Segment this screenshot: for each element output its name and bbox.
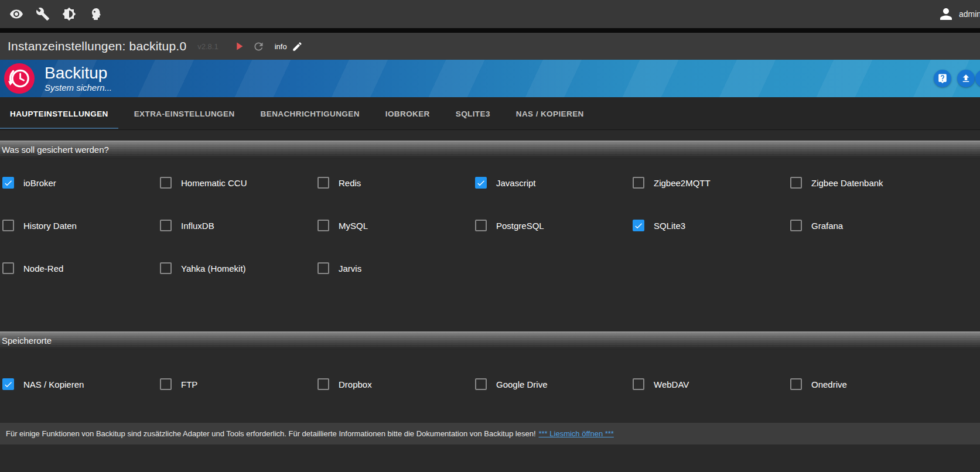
option-javascript[interactable]: Javascript bbox=[475, 174, 633, 191]
option-jarvis[interactable]: Jarvis bbox=[317, 259, 475, 277]
checkbox-label: PostgreSQL bbox=[496, 221, 544, 231]
topbar-icons bbox=[0, 7, 103, 21]
refresh-button[interactable] bbox=[252, 40, 265, 53]
edit-pencil-icon bbox=[292, 41, 303, 52]
section-header-backup-targets: Was soll gesichert werden? bbox=[0, 141, 980, 158]
option-redis[interactable]: Redis bbox=[317, 174, 475, 191]
theme-contrast-icon[interactable] bbox=[62, 7, 76, 21]
option-grafana[interactable]: Grafana bbox=[790, 217, 948, 234]
adapter-header: Backitup System sichern... bbox=[0, 60, 980, 97]
start-instance-button[interactable] bbox=[233, 40, 245, 53]
checkbox-label: Zigbee2MQTT bbox=[654, 178, 711, 188]
checkbox-unchecked-icon[interactable] bbox=[475, 220, 487, 231]
section-title: Speicherorte bbox=[0, 336, 52, 346]
option-dropbox[interactable]: Dropbox bbox=[317, 375, 475, 393]
topbar: admin bbox=[0, 0, 980, 28]
title-bar: Instanzeinstellungen: backitup.0 v2.8.1 … bbox=[0, 33, 980, 60]
tab-benachrichtigungen[interactable]: BENACHRICHTIGUNGEN bbox=[251, 97, 370, 130]
expert-mode-icon[interactable] bbox=[88, 7, 103, 21]
tab-sqlite3[interactable]: SQLITE3 bbox=[446, 97, 500, 130]
option-zigbee-datenbank[interactable]: Zigbee Datenbank bbox=[790, 174, 948, 191]
instance-version: v2.8.1 bbox=[197, 42, 218, 51]
checkbox-unchecked-icon[interactable] bbox=[790, 378, 802, 390]
topbar-divider bbox=[0, 28, 980, 33]
option-influxdb[interactable]: InfluxDB bbox=[160, 217, 317, 234]
info-text: Für einige Funktionen von Backitup sind … bbox=[6, 429, 536, 438]
checkbox-label: Zigbee Datenbank bbox=[811, 178, 883, 188]
checkbox-unchecked-icon[interactable] bbox=[2, 262, 14, 274]
checkbox-checked-icon[interactable] bbox=[475, 177, 487, 189]
option-yahka-homekit[interactable]: Yahka (Homekit) bbox=[160, 259, 317, 277]
tab-nas-kopieren[interactable]: NAS / KOPIEREN bbox=[506, 97, 594, 130]
option-zigbee2mqtt[interactable]: Zigbee2MQTT bbox=[633, 174, 790, 191]
tab-haupteinstellungen[interactable]: HAUPTEINSTELLUNGEN bbox=[0, 97, 118, 130]
checkbox-label: SQLite3 bbox=[654, 221, 685, 231]
checkbox-label: History Daten bbox=[23, 221, 77, 231]
settings-content: Was soll gesichert werden? ioBrokerHomem… bbox=[0, 141, 980, 472]
adapter-subtitle: System sichern... bbox=[45, 83, 112, 93]
checkbox-unchecked-icon[interactable] bbox=[475, 378, 487, 390]
checkbox-label: Onedrive bbox=[811, 379, 847, 389]
checkbox-unchecked-icon[interactable] bbox=[160, 262, 172, 274]
option-homematic-ccu[interactable]: Homematic CCU bbox=[160, 174, 317, 191]
option-onedrive[interactable]: Onedrive bbox=[790, 375, 948, 393]
checkbox-unchecked-icon[interactable] bbox=[160, 378, 172, 390]
checkbox-label: Jarvis bbox=[339, 264, 361, 273]
refresh-icon bbox=[252, 40, 265, 53]
checkbox-label: FTP bbox=[181, 379, 197, 389]
section-header-storage: Speicherorte bbox=[0, 331, 980, 349]
user-name: admin bbox=[959, 9, 980, 19]
checkbox-checked-icon[interactable] bbox=[2, 378, 14, 390]
checkbox-label: Node-Red bbox=[23, 264, 63, 273]
checkbox-unchecked-icon[interactable] bbox=[790, 220, 802, 231]
option-nas-kopieren[interactable]: NAS / Kopieren bbox=[2, 375, 160, 393]
checkbox-unchecked-icon[interactable] bbox=[317, 220, 329, 231]
upload-icon bbox=[961, 73, 971, 84]
readme-link[interactable]: *** Liesmich öffnen *** bbox=[539, 429, 614, 438]
tab-extra-einstellungen[interactable]: EXTRA-EINSTELLUNGEN bbox=[124, 97, 245, 130]
checkbox-label: Yahka (Homekit) bbox=[181, 264, 246, 273]
checkbox-unchecked-icon[interactable] bbox=[633, 177, 644, 189]
checkbox-label: WebDAV bbox=[654, 379, 689, 389]
checkbox-label: Google Drive bbox=[496, 379, 548, 389]
option-iobroker[interactable]: ioBroker bbox=[2, 174, 160, 191]
backup-options-grid: ioBrokerHomematic CCURedisJavascriptZigb… bbox=[0, 158, 980, 321]
help-button[interactable] bbox=[934, 70, 951, 87]
user-avatar-icon bbox=[937, 5, 955, 23]
tab-iobroker[interactable]: IOBROKER bbox=[375, 97, 440, 130]
upload-button[interactable] bbox=[957, 70, 975, 87]
visibility-icon[interactable] bbox=[9, 7, 23, 21]
checkbox-unchecked-icon[interactable] bbox=[160, 220, 172, 231]
wrench-icon[interactable] bbox=[36, 7, 50, 21]
checkbox-label: ioBroker bbox=[23, 178, 56, 188]
option-sqlite3[interactable]: SQLite3 bbox=[633, 217, 790, 234]
option-history-daten[interactable]: History Daten bbox=[2, 217, 160, 234]
user-menu[interactable]: admin bbox=[937, 0, 980, 28]
checkbox-unchecked-icon[interactable] bbox=[317, 378, 329, 390]
adapter-heading: Backitup System sichern... bbox=[45, 64, 112, 93]
app-root: admin Instanzeinstellungen: backitup.0 v… bbox=[0, 0, 980, 472]
adapter-title: Backitup bbox=[45, 64, 112, 82]
checkbox-unchecked-icon[interactable] bbox=[160, 177, 172, 189]
option-node-red[interactable]: Node-Red bbox=[2, 259, 160, 277]
checkbox-unchecked-icon[interactable] bbox=[317, 177, 329, 189]
play-icon bbox=[233, 40, 245, 53]
storage-options-grid: NAS / KopierenFTPDropboxGoogle DriveWebD… bbox=[0, 349, 980, 393]
info-label: info bbox=[275, 42, 287, 51]
option-ftp[interactable]: FTP bbox=[160, 375, 317, 393]
checkbox-label: Javascript bbox=[496, 178, 536, 188]
checkbox-unchecked-icon[interactable] bbox=[317, 262, 329, 274]
checkbox-checked-icon[interactable] bbox=[633, 220, 644, 231]
option-postgresql[interactable]: PostgreSQL bbox=[475, 217, 633, 234]
option-webdav[interactable]: WebDAV bbox=[633, 375, 790, 393]
option-mysql[interactable]: MySQL bbox=[317, 217, 475, 234]
checkbox-label: NAS / Kopieren bbox=[23, 379, 84, 389]
checkbox-label: Redis bbox=[339, 178, 361, 188]
checkbox-unchecked-icon[interactable] bbox=[2, 220, 14, 231]
checkbox-unchecked-icon[interactable] bbox=[790, 177, 802, 189]
checkbox-unchecked-icon[interactable] bbox=[633, 378, 644, 390]
overflow-button[interactable] bbox=[975, 70, 980, 87]
edit-instance-button[interactable] bbox=[292, 41, 303, 52]
checkbox-checked-icon[interactable] bbox=[2, 177, 14, 189]
option-google-drive[interactable]: Google Drive bbox=[475, 375, 633, 393]
